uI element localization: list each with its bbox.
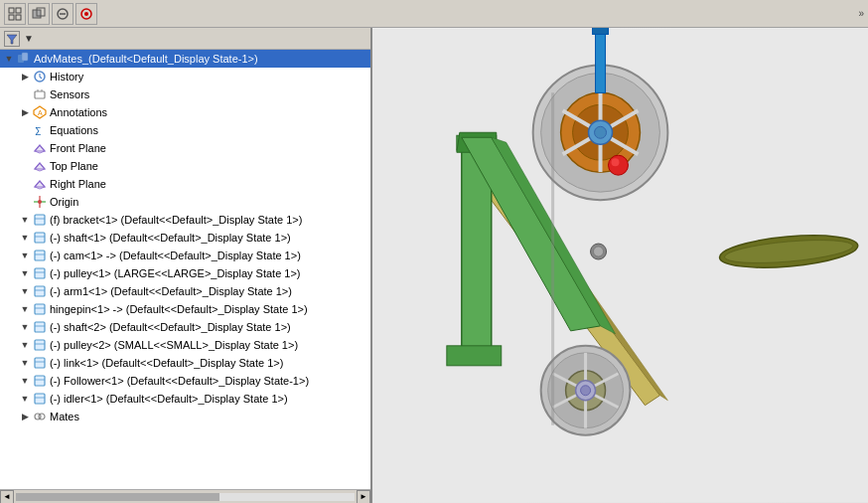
root-expand-icon: ▼ — [2, 52, 16, 66]
item-label-top-plane: Top Plane — [50, 160, 98, 172]
expand-icon-follower: ▼ — [18, 374, 32, 388]
item-icon-shaft1 — [32, 230, 48, 246]
toolbar-btn-2[interactable] — [28, 3, 50, 25]
expand-icon-pulley1: ▼ — [18, 266, 32, 280]
item-label-origin: Origin — [50, 196, 78, 208]
expand-icon-history: ▶ — [18, 70, 32, 84]
tree-item-equations[interactable]: ∑Equations — [0, 121, 370, 139]
item-icon-cam1 — [32, 248, 48, 263]
svg-marker-23 — [35, 163, 45, 171]
item-icon-equations: ∑ — [32, 122, 48, 138]
viewport[interactable] — [372, 28, 868, 503]
svg-rect-71 — [596, 28, 606, 92]
tree-item-idler1[interactable]: ▼(-) idler<1> (Default<<Default>_Display… — [0, 390, 370, 408]
svg-rect-2 — [9, 15, 14, 20]
3d-model-svg — [372, 28, 868, 503]
tree-item-arm1[interactable]: ▼(-) arm1<1> (Default<<Default>_Display … — [0, 282, 370, 300]
expand-icon-idler1: ▼ — [18, 392, 32, 406]
item-label-shaft2: (-) shaft<2> (Default<<Default>_Display … — [50, 321, 291, 333]
item-icon-bracket — [32, 212, 48, 228]
item-icon-idler1 — [32, 391, 48, 407]
svg-rect-0 — [9, 8, 14, 13]
filter-icon[interactable] — [4, 31, 20, 47]
svg-point-28 — [38, 200, 42, 204]
item-icon-pulley1 — [32, 265, 48, 281]
toolbar-btn-1[interactable] — [4, 3, 26, 25]
tree-item-cam1[interactable]: ▼(-) cam<1> -> (Default<<Default>_Displa… — [0, 247, 370, 264]
item-label-annotations: Annotations — [50, 106, 107, 118]
svg-rect-49 — [35, 394, 45, 404]
svg-rect-14 — [35, 91, 45, 98]
toolbar-btn-3[interactable] — [52, 3, 73, 25]
svg-marker-25 — [35, 181, 45, 189]
tree-item-shaft2[interactable]: ▼(-) shaft<2> (Default<<Default>_Display… — [0, 318, 370, 336]
tree-item-right-plane[interactable]: Right Plane — [0, 175, 370, 193]
item-icon-link1 — [32, 355, 48, 371]
item-label-history: History — [50, 71, 83, 83]
item-icon-origin — [32, 194, 48, 210]
tree-item-front-plane[interactable]: Front Plane — [0, 139, 370, 157]
scroll-thumb[interactable] — [16, 493, 219, 501]
tree-item-follower[interactable]: ▼(-) Follower<1> (Default<<Default>_Disp… — [0, 372, 370, 390]
tree-items-container: ▶History Sensors▶AAnnotations ∑Equations… — [0, 68, 370, 425]
svg-rect-29 — [35, 215, 45, 225]
tree-item-sensors[interactable]: Sensors — [0, 85, 370, 103]
item-icon-annotations: A — [32, 104, 48, 120]
item-label-shaft1: (-) shaft<1> (Default<<Default>_Display … — [50, 232, 291, 244]
right-panel — [372, 28, 868, 503]
top-toolbar: » — [0, 0, 868, 28]
svg-point-74 — [612, 158, 620, 166]
expand-icon-right-plane — [18, 177, 32, 191]
item-label-link1: (-) link<1> (Default<<Default>_Display S… — [50, 357, 283, 369]
expand-icon-cam1: ▼ — [18, 249, 32, 262]
svg-point-84 — [581, 386, 591, 396]
item-label-front-plane: Front Plane — [50, 142, 106, 154]
item-label-hingepin: hingepin<1> -> (Default<<Default>_Displa… — [50, 303, 308, 315]
svg-text:∑: ∑ — [35, 125, 41, 135]
svg-point-9 — [84, 12, 88, 16]
item-label-idler1: (-) idler<1> (Default<<Default>_Display … — [50, 393, 288, 405]
item-icon-shaft2 — [32, 319, 48, 335]
expand-icon-pulley2: ▼ — [18, 338, 32, 352]
scroll-right[interactable]: ► — [357, 490, 370, 504]
tree-item-link1[interactable]: ▼(-) link<1> (Default<<Default>_Display … — [0, 354, 370, 372]
expand-icon-mates: ▶ — [18, 410, 32, 423]
svg-marker-21 — [35, 145, 45, 153]
scroll-left[interactable]: ◄ — [0, 490, 14, 504]
svg-point-73 — [609, 155, 629, 175]
expand-icon-bracket: ▼ — [18, 213, 32, 227]
expand-icon-arm1: ▼ — [18, 284, 32, 298]
expand-icon-annotations: ▶ — [18, 105, 32, 119]
tree-item-mates[interactable]: ▶Mates — [0, 408, 370, 425]
tree-root[interactable]: ▼ AdvMates_(Default<Default_Display Stat… — [0, 50, 370, 68]
item-icon-front-plane — [32, 140, 48, 156]
svg-text:A: A — [38, 109, 43, 116]
svg-rect-45 — [35, 358, 45, 368]
scroll-track[interactable] — [16, 493, 355, 501]
tree-item-history[interactable]: ▶History — [0, 68, 370, 85]
tree-item-origin[interactable]: Origin — [0, 193, 370, 211]
tree-item-pulley2[interactable]: ▼(-) pulley<2> (SMALL<<SMALL>_Display St… — [0, 336, 370, 354]
item-label-equations: Equations — [50, 124, 98, 136]
tree-area[interactable]: ▼ AdvMates_(Default<Default_Display Stat… — [0, 50, 370, 489]
item-label-pulley1: (-) pulley<1> (LARGE<<LARGE>_Display Sta… — [50, 267, 301, 279]
expand-icon-shaft2: ▼ — [18, 320, 32, 334]
root-icon — [16, 51, 32, 67]
svg-rect-41 — [35, 322, 45, 332]
expand-icon-equations — [18, 123, 32, 137]
tree-item-shaft1[interactable]: ▼(-) shaft<1> (Default<<Default>_Display… — [0, 229, 370, 247]
root-label: AdvMates_(Default<Default_Display State-… — [34, 53, 258, 65]
svg-rect-72 — [593, 28, 609, 34]
tree-item-bracket[interactable]: ▼(f) bracket<1> (Default<<Default>_Displ… — [0, 211, 370, 229]
toolbar-btn-4[interactable] — [75, 3, 97, 25]
tree-item-hingepin[interactable]: ▼hingepin<1> -> (Default<<Default>_Displ… — [0, 300, 370, 318]
tree-item-annotations[interactable]: ▶AAnnotations — [0, 103, 370, 121]
item-icon-mates — [32, 409, 48, 424]
item-label-bracket: (f) bracket<1> (Default<<Default>_Displa… — [50, 214, 302, 226]
expand-icon-link1: ▼ — [18, 356, 32, 370]
expand-arrow[interactable]: » — [858, 8, 864, 19]
main-area: ▼ ▼ AdvMates_(Default<Default_Display St… — [0, 28, 868, 503]
tree-item-top-plane[interactable]: Top Plane — [0, 157, 370, 175]
svg-marker-10 — [7, 35, 17, 44]
tree-item-pulley1[interactable]: ▼(-) pulley<1> (LARGE<<LARGE>_Display St… — [0, 264, 370, 282]
